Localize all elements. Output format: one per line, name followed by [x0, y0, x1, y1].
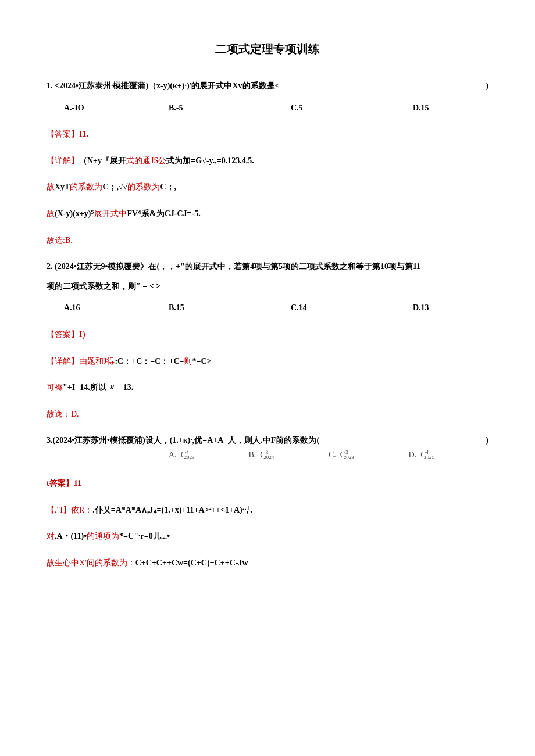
- a3-l3-r2: 的通项为: [87, 532, 119, 540]
- q1-body: 1. <2024•江苏泰州·模推覆蒲)（x-y)(κ+)·)'的展开式中Xv的系…: [47, 80, 280, 92]
- a2-ans-val: I）: [79, 330, 90, 339]
- a1-l4-t2: FV⁴系&为CJ-CJ=-5.: [127, 209, 200, 218]
- a3-l4-r2: 间的系数为：: [87, 558, 135, 567]
- a1-l3-t3: C；,: [160, 182, 176, 191]
- a3-detail-t1: .仆乂=A*A*A∧,J₄=(1.+x)+11+A>·++<1+A)··,ⁱ.: [92, 506, 252, 514]
- a3-l3-r1: 对: [47, 532, 55, 540]
- q2-opt-c: C.14: [291, 302, 413, 314]
- q3-l1b: ): [486, 435, 488, 446]
- a2-l3-t1: "+I=14.所以 〃 =13.: [63, 383, 133, 392]
- q1-opt-a: A.-IO: [64, 102, 169, 114]
- a1-answer: 【答案】I1.: [47, 128, 488, 140]
- q1-paren: ): [486, 80, 488, 92]
- a1-detail-label: 【详解】: [47, 156, 79, 165]
- a3-detail-label: 【."I】: [47, 506, 71, 514]
- q3-fd-label: D.: [409, 450, 417, 459]
- a3-line3: 对.A・(11)•的通项为*=C"·r=0儿...•: [47, 531, 488, 542]
- a1-l3-t2: C；,√√: [102, 182, 127, 191]
- q3-fa-label: A.: [169, 450, 177, 459]
- a3-answer: t答案】11: [47, 478, 488, 489]
- a1-line3: 故XyT的系数为C；,√√的系数为C；,: [47, 181, 488, 193]
- q1-options: A.-IO B.-5 C.5 D.15: [47, 102, 488, 114]
- a1-l3-r1: 故: [47, 182, 55, 191]
- a1-line4: 故(X-y)(x+y)⁵展开式中FV⁴系&为CJ-CJ=-5.: [47, 208, 488, 220]
- a1-l4-t1: (X-y)(x+y)⁵: [55, 209, 94, 218]
- a3-l4-r1: 故生心中X': [47, 558, 87, 567]
- a3-l4-t1: C+C+C++Cw=(C+C)+C++C-Jw: [135, 558, 248, 567]
- q3-fa-sub: 2023: [184, 454, 194, 460]
- a2-ans-label: 【答案】: [47, 330, 79, 339]
- q1-text: 1. <2024•江苏泰州·模推覆蒲)（x-y)(κ+)·)'的展开式中Xv的系…: [47, 80, 488, 92]
- q3-formula-options: A. C42023 B. C32024 C. C32023 D. C42025: [47, 449, 488, 461]
- q1-opt-b: B.-5: [169, 102, 291, 114]
- q2-line2: 项的二项式系数之和，则″ = < >: [47, 281, 488, 292]
- q3-fb-label: B.: [249, 450, 256, 459]
- a1-detail-t1: （N+y『展开: [79, 156, 126, 165]
- q3-fd-sub: 2025: [424, 454, 434, 460]
- a1-detail-r1: 式的通JS公: [126, 156, 166, 165]
- a2-answer: 【答案】I）: [47, 329, 488, 341]
- a1-l4-r1: 故: [47, 209, 55, 218]
- q1-opt-c: C.5: [291, 102, 413, 114]
- a1-l3-r2: 的系数为: [70, 182, 102, 191]
- a2-detail-r2: 则: [184, 357, 192, 366]
- q3-l1a: 3.(2024•江苏苏州•模抵覆浦)设人，(1.+κ)·,优=A+A+人，则人.…: [47, 435, 319, 446]
- q3-fopt-a: A. C42023: [169, 449, 249, 461]
- a2-detail-t2: *=C>: [192, 357, 211, 366]
- a1-ans-val: I1.: [79, 130, 88, 138]
- q2-opt-d: D.13: [413, 302, 488, 314]
- a1-l3-r3: 的系数为: [127, 182, 160, 191]
- q2-opt-a: A.16: [64, 302, 169, 314]
- a2-detail-t1: :C：+C：=C：+C=: [115, 357, 184, 366]
- a3-detail-r1: 依R：: [71, 506, 92, 514]
- q3-fb-sub: 2024: [263, 454, 274, 460]
- a1-detail: 【详解】（N+y『展开式的通JS公式为加=G√-y.,=0.123.4.5.: [47, 155, 488, 167]
- a1-line5: 故选:B.: [47, 235, 488, 246]
- q3-fopt-c: C. C32023: [329, 449, 409, 461]
- q2-line1: 2. (2024•江苏无9•模拟覆费》在(，，+"的展开式中，若第4项与第5项的…: [47, 261, 488, 273]
- q3-fopt-d: D. C42025: [409, 449, 489, 461]
- q3-fc-sub: 2023: [344, 454, 354, 460]
- a2-detail-label: 【详解】: [47, 357, 79, 366]
- q2-options: A.16 B.15 C.14 D.13: [47, 302, 488, 314]
- a3-ans-label: t答案】: [47, 479, 74, 488]
- a2-l3-r1: 可褥: [47, 383, 63, 392]
- a1-l3-t1: XyT: [55, 182, 70, 191]
- a3-l3-t1: .A・(11)•: [55, 532, 87, 540]
- a2-line4: 故逸：D.: [47, 409, 488, 420]
- a1-detail-t2: 式为加=G√-y.,=0.123.4.5.: [166, 156, 254, 165]
- a3-line4: 故生心中X'间的系数为：C+C+C++Cw=(C+C)+C++C-Jw: [47, 557, 488, 569]
- a3-ans-val: 11: [74, 479, 81, 488]
- a2-detail-r1: 由题和J得: [79, 357, 115, 366]
- a2-detail: 【详解】由题和J得:C：+C：=C：+C=则*=C>: [47, 356, 488, 367]
- a3-detail: 【."I】依R：.仆乂=A*A*A∧,J₄=(1.+x)+11+A>·++<1+…: [47, 504, 488, 516]
- q3-fopt-b: B. C32024: [249, 449, 329, 461]
- q3-line1: 3.(2024•江苏苏州•模抵覆浦)设人，(1.+κ)·,优=A+A+人，则人.…: [47, 435, 488, 446]
- a2-line3: 可褥"+I=14.所以 〃 =13.: [47, 382, 488, 393]
- a3-l3-t2: *=C"·r=0儿...•: [119, 532, 170, 540]
- q2-opt-b: B.15: [169, 302, 291, 314]
- q3-fc-label: C.: [329, 450, 336, 459]
- page-title: 二项式定理专项训练: [47, 41, 488, 57]
- a1-ans-label: 【答案】: [47, 130, 79, 138]
- q1-opt-d: D.15: [413, 102, 488, 114]
- a1-l4-r2: 展开式中: [94, 209, 127, 218]
